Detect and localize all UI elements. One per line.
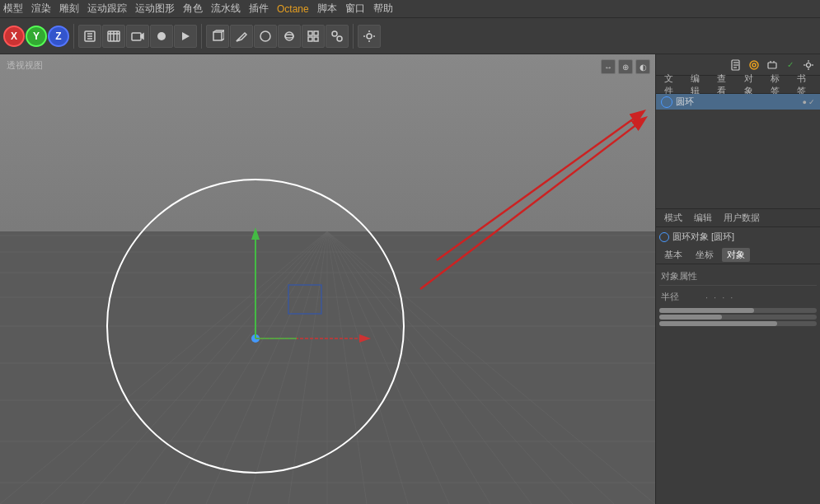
slider-fill-3 [659, 321, 777, 326]
torus-visibility-icon[interactable]: ● [803, 98, 807, 106]
menu-mograph[interactable]: 运动图形 [135, 2, 175, 16]
nurbs-tool[interactable] [302, 25, 325, 48]
settings-icon-btn[interactable] [800, 57, 817, 73]
torus-lock-icon[interactable]: ✓ [808, 98, 815, 106]
svg-rect-13 [213, 32, 222, 40]
object-type-name: 圆环对象 [圆环] [672, 231, 734, 243]
menu-sculpt[interactable]: 雕刻 [59, 2, 79, 16]
svg-rect-78 [768, 63, 776, 68]
svg-point-22 [285, 35, 293, 38]
menu-script[interactable]: 脚本 [317, 2, 337, 16]
svg-rect-9 [132, 33, 141, 40]
scene-item-torus[interactable]: 圆环 ● ✓ [656, 94, 820, 110]
slider-2 [659, 315, 817, 320]
svg-point-21 [285, 32, 293, 40]
props-tab-coord[interactable]: 坐标 [691, 248, 719, 262]
file-icon-btn[interactable] [728, 57, 744, 73]
radius-label: 半径 [661, 291, 702, 303]
props-mode-tabs: 模式 编辑 用户数据 [656, 209, 820, 227]
menu-window[interactable]: 窗口 [345, 2, 365, 16]
scene-icon-btn[interactable] [746, 57, 762, 73]
scene-panel-tabs: 文件 编辑 查看 对象 标签 书签 [656, 76, 820, 94]
mode-tab-mode[interactable]: 模式 [659, 211, 687, 225]
main-area: 透视视图 ↔ ⊕ ◐ [0, 54, 820, 504]
right-panel: ✓ 文件 编辑 查看 对象 标签 书签 圆 [655, 54, 820, 504]
toolbar: X Y Z [0, 18, 820, 54]
svg-point-29 [367, 34, 372, 39]
misc-tools [358, 25, 381, 48]
svg-point-77 [752, 63, 756, 67]
viewport-perspective-label: 透视视图 [7, 60, 43, 70]
slider-track-2[interactable] [659, 315, 817, 320]
svg-point-81 [807, 63, 811, 67]
slider-track-1[interactable] [659, 308, 817, 313]
svg-rect-25 [308, 37, 312, 41]
svg-rect-23 [308, 31, 312, 35]
record-tool[interactable] [150, 25, 173, 48]
viewport-controls: ↔ ⊕ ◐ [601, 59, 650, 74]
deform-tool[interactable] [278, 25, 301, 48]
toolbar-separator-1 [73, 24, 74, 49]
menu-octane[interactable]: Octane [277, 3, 309, 15]
camera-control[interactable]: ⊕ [618, 59, 633, 74]
slider-track-3[interactable] [659, 321, 817, 326]
slider-fill-2 [659, 315, 722, 320]
menu-character[interactable]: 角色 [183, 2, 203, 16]
animation-tools [78, 25, 197, 48]
menu-motion-track[interactable]: 运动跟踪 [87, 2, 127, 16]
viewport-label: 透视视图 [7, 59, 43, 72]
viewport[interactable]: 透视视图 ↔ ⊕ ◐ [0, 54, 655, 504]
svg-point-11 [157, 32, 166, 40]
props-tab-object[interactable]: 对象 [722, 248, 750, 262]
object-type-icon [659, 232, 669, 242]
menu-model[interactable]: 模型 [3, 2, 23, 16]
mode-tab-userdata[interactable]: 用户数据 [719, 211, 765, 225]
mode-tab-edit[interactable]: 编辑 [689, 211, 717, 225]
svg-rect-24 [314, 31, 318, 35]
axis-buttons: X Y Z [3, 26, 69, 47]
pen-tool[interactable] [230, 25, 253, 48]
svg-marker-12 [182, 32, 190, 40]
slider-3 [659, 321, 817, 326]
menu-plugins[interactable]: 插件 [249, 2, 269, 16]
svg-rect-26 [314, 37, 318, 41]
menu-bar: 模型 渲染 雕刻 运动跟踪 运动图形 角色 流水线 插件 Octane 脚本 窗… [0, 0, 820, 18]
menu-render[interactable]: 渲染 [31, 2, 51, 16]
prop-sliders [659, 308, 817, 326]
svg-point-28 [337, 36, 342, 41]
radius-dots: · · · · [705, 292, 815, 302]
object-tools [206, 25, 349, 48]
props-section-header: 对象属性 [659, 268, 817, 286]
keyframe-tool[interactable] [78, 25, 101, 48]
cube-tool[interactable] [206, 25, 229, 48]
props-tab-basic[interactable]: 基本 [659, 248, 687, 262]
light-tool[interactable] [358, 25, 381, 48]
axis-y-button[interactable]: Y [26, 26, 47, 47]
axis-z-button[interactable]: Z [48, 26, 69, 47]
props-tabs-row: 基本 坐标 对象 [656, 246, 820, 264]
scene-area: 圆环 ● ✓ [656, 94, 820, 209]
svg-point-27 [332, 31, 337, 36]
slider-1 [659, 308, 817, 313]
menu-pipeline[interactable]: 流水线 [211, 2, 241, 16]
axis-x-button[interactable]: X [3, 26, 25, 47]
grid-floor [0, 54, 655, 504]
toolbar-separator-3 [353, 24, 354, 49]
move-control[interactable]: ↔ [601, 59, 616, 74]
svg-marker-10 [141, 34, 143, 39]
render-control[interactable]: ◐ [635, 59, 650, 74]
props-content: 对象属性 半径 · · · · [656, 264, 820, 329]
playback-tool[interactable] [174, 25, 197, 48]
toolbar-separator-2 [201, 24, 202, 49]
sphere-tool[interactable] [254, 25, 277, 48]
properties-area: 模式 编辑 用户数据 圆环对象 [圆环] 基本 坐标 对象 对象属性 半径 · [656, 209, 820, 504]
menu-help[interactable]: 帮助 [373, 2, 393, 16]
timeline-tool[interactable] [102, 25, 125, 48]
camera-tool[interactable] [126, 25, 149, 48]
check-icon-btn[interactable]: ✓ [782, 57, 799, 73]
torus-icon [661, 96, 672, 108]
object-icon-btn[interactable] [764, 57, 780, 73]
slider-fill-1 [659, 308, 754, 313]
svg-point-76 [750, 61, 758, 69]
array-tool[interactable] [326, 25, 349, 48]
